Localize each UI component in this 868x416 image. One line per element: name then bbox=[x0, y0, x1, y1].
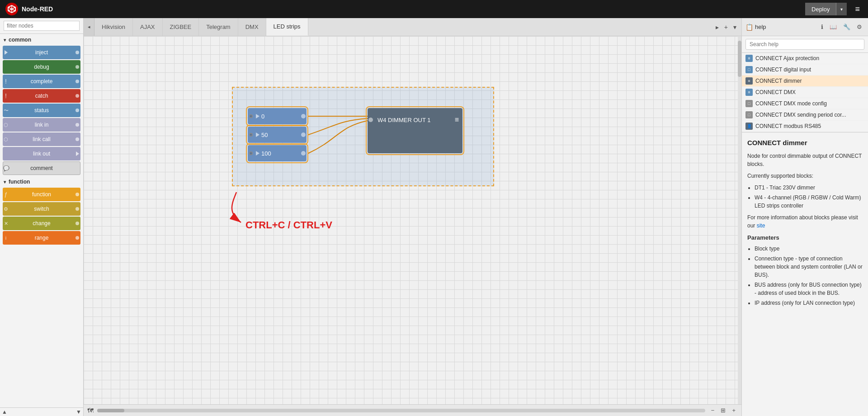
node-label: status bbox=[9, 107, 74, 113]
tab-telegram[interactable]: Telegram bbox=[199, 18, 238, 36]
help-item-dmx[interactable]: ≡ CONNECT DMX bbox=[742, 87, 868, 98]
zoom-in-button[interactable]: + bbox=[730, 406, 738, 415]
help-item-dimmer[interactable]: ≡ CONNECT dimmer bbox=[742, 76, 868, 87]
node-switch[interactable]: ⚙ switch bbox=[3, 202, 80, 216]
deploy-button-group: Deploy ▾ bbox=[805, 3, 847, 15]
help-site-link[interactable]: site bbox=[757, 222, 765, 229]
zoom-controls: − ⊞ + bbox=[709, 406, 738, 415]
tab-bar: ◂ Hikvision AJAX ZIGBEE Telegram DMX LED… bbox=[84, 18, 741, 36]
node-link-call[interactable]: ⬡ link call bbox=[3, 132, 80, 146]
node-status[interactable]: 〜 status bbox=[3, 104, 80, 117]
node-left-port: ✕ bbox=[3, 217, 9, 230]
category-common[interactable]: ▾ common bbox=[0, 34, 83, 45]
node-catch[interactable]: ! catch bbox=[3, 89, 80, 103]
flow-node-dimmer[interactable]: W4 DIMMER OUT 1 ≡ bbox=[368, 108, 462, 153]
tab-nav-left-button[interactable]: ◂ bbox=[84, 18, 94, 36]
tab-ajax[interactable]: AJAX bbox=[133, 18, 163, 36]
node-link-in[interactable]: ⬡ link in bbox=[3, 118, 80, 132]
tab-menu-button[interactable]: ▾ bbox=[731, 23, 739, 32]
canvas-horizontal-scrollbar[interactable] bbox=[97, 409, 705, 412]
port-dot-icon bbox=[75, 94, 79, 98]
node-function[interactable]: ƒ function bbox=[3, 188, 80, 201]
help-param-block-type: Block type bbox=[755, 245, 863, 253]
node-body: 100 bbox=[254, 150, 300, 157]
panel-info-button[interactable]: ℹ bbox=[819, 22, 826, 32]
canvas-vertical-scrollbar[interactable] bbox=[738, 36, 741, 404]
node-debug[interactable]: debug bbox=[3, 60, 80, 74]
help-item-dmx-period[interactable]: □ CONNECT DMX sending period cor... bbox=[742, 109, 868, 121]
flow-node-inject-50[interactable]: 50 bbox=[248, 127, 307, 143]
hamburger-menu-button[interactable]: ≡ bbox=[851, 3, 863, 16]
help-item-icon: □ bbox=[745, 111, 753, 118]
node-left-port bbox=[3, 46, 9, 59]
node-right-port bbox=[74, 60, 80, 74]
port-circle-icon bbox=[301, 114, 306, 118]
node-comment[interactable]: 💬 comment bbox=[3, 161, 80, 175]
category-function[interactable]: ▾ function bbox=[0, 176, 83, 187]
node-right-port bbox=[74, 202, 80, 216]
tab-add-button[interactable]: + bbox=[722, 23, 730, 32]
tab-led-strips[interactable]: LED strips bbox=[266, 18, 308, 36]
scroll-up-button[interactable]: ▲ bbox=[2, 409, 7, 415]
connections-svg bbox=[84, 36, 741, 404]
port-circle-icon bbox=[301, 132, 306, 137]
node-link-out[interactable]: link out bbox=[3, 147, 80, 161]
canvas-wrapper: 0 50 bbox=[84, 36, 741, 404]
chevron-down-icon: ▾ bbox=[4, 38, 6, 43]
node-range[interactable]: i range bbox=[3, 231, 80, 245]
settings-icon[interactable]: ≡ bbox=[451, 116, 462, 124]
tab-nav-right-button[interactable]: ▸ bbox=[713, 23, 721, 32]
tab-dmx[interactable]: DMX bbox=[238, 18, 266, 36]
node-complete[interactable]: ! complete bbox=[3, 75, 80, 88]
port-circle-icon bbox=[249, 151, 253, 155]
help-item-label: CONNECT Ajax protection bbox=[755, 55, 819, 61]
panel-puzzle-button[interactable]: 🔧 bbox=[841, 22, 853, 32]
panel-book-button[interactable]: 📖 bbox=[827, 22, 839, 32]
node-left-port: 💬 bbox=[3, 162, 9, 175]
help-item-dmx-mode[interactable]: □ CONNECT DMX mode config bbox=[742, 98, 868, 109]
help-item-ajax-protection[interactable]: ≡ CONNECT Ajax protection bbox=[742, 53, 868, 64]
help-list-item-w4: W4 - 4-channel (RGB / RGBW / Cold Warm) … bbox=[755, 194, 863, 210]
logo-icon bbox=[5, 2, 19, 16]
node-port-right bbox=[300, 145, 307, 161]
panel-settings-button[interactable]: ⚙ bbox=[854, 22, 864, 32]
flow-node-inject-100[interactable]: 100 bbox=[248, 145, 307, 161]
filter-nodes-input[interactable] bbox=[4, 21, 80, 31]
help-item-digital-input[interactable]: □ CONNECT digital input bbox=[742, 64, 868, 76]
port-circle-icon bbox=[368, 118, 373, 122]
help-item-icon: □ bbox=[745, 100, 753, 107]
node-value-label: 0 bbox=[261, 113, 264, 120]
flow-node-inject-0[interactable]: 0 bbox=[248, 108, 307, 124]
help-item-modbus[interactable]: 👤 CONNECT modbus RS485 bbox=[742, 121, 868, 132]
node-right-port bbox=[74, 46, 80, 59]
port-circle-icon bbox=[249, 114, 253, 118]
deploy-main-button[interactable]: Deploy bbox=[805, 3, 836, 15]
canvas-vscroll-thumb[interactable] bbox=[738, 41, 741, 77]
node-change[interactable]: ✕ change bbox=[3, 217, 80, 230]
help-content-title: CONNECT dimmer bbox=[747, 138, 863, 148]
node-label: change bbox=[9, 220, 74, 227]
node-value-label: 50 bbox=[261, 132, 268, 138]
flow-canvas[interactable]: 0 50 bbox=[84, 36, 741, 404]
tab-zigbee[interactable]: ZIGBEE bbox=[163, 18, 199, 36]
help-item-label: CONNECT modbus RS485 bbox=[755, 123, 821, 129]
port-dot-icon bbox=[75, 80, 79, 83]
canvas-hscroll-thumb[interactable] bbox=[97, 409, 124, 412]
help-search-input[interactable] bbox=[745, 39, 864, 50]
node-label: link in bbox=[9, 122, 74, 128]
scroll-arrows: ▲ ▼ bbox=[0, 407, 83, 416]
node-left-port: ⚙ bbox=[3, 202, 9, 216]
node-inject[interactable]: inject bbox=[3, 46, 80, 59]
zoom-fit-button[interactable]: ⊞ bbox=[718, 406, 728, 415]
help-search-area bbox=[742, 36, 868, 53]
help-params-title: Parameters bbox=[747, 233, 863, 242]
port-circle-icon bbox=[301, 151, 306, 156]
tab-hikvision[interactable]: Hikvision bbox=[94, 18, 133, 36]
node-label: link call bbox=[9, 136, 74, 142]
node-left-port: ⬡ bbox=[3, 132, 9, 146]
deploy-dropdown-button[interactable]: ▾ bbox=[836, 3, 847, 15]
node-body: 0 bbox=[254, 113, 300, 120]
zoom-out-button[interactable]: − bbox=[709, 406, 717, 415]
scroll-down-button[interactable]: ▼ bbox=[76, 409, 81, 415]
node-left-port: ! bbox=[3, 89, 9, 103]
